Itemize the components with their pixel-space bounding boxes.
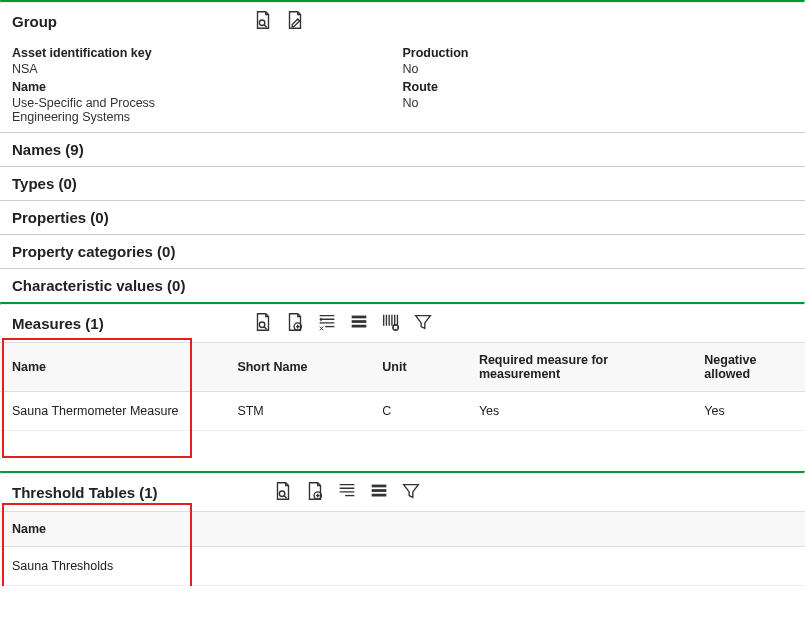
edit-icon[interactable] [284, 9, 306, 34]
measures-title: Measures (1) [12, 315, 232, 332]
group-title: Group [12, 13, 232, 30]
list-icon[interactable] [348, 311, 370, 336]
select-list-icon[interactable] [336, 480, 358, 505]
cell-required: Yes [467, 392, 692, 431]
svg-point-1 [259, 322, 265, 328]
svg-point-0 [259, 20, 265, 26]
col-required[interactable]: Required measure for measurement [467, 343, 692, 392]
list-icon[interactable] [368, 480, 390, 505]
measures-section: Measures (1) [0, 302, 805, 431]
measures-toolbar [252, 311, 434, 336]
col-negative[interactable]: Negative allowed [692, 343, 805, 392]
route-label: Route [403, 80, 794, 94]
group-section: Group Asset identification key NSA Name … [0, 0, 805, 132]
cell-negative: Yes [692, 392, 805, 431]
name-label: Name [12, 80, 403, 94]
table-row[interactable]: Sauna Thresholds [0, 547, 805, 586]
thresholds-section: Threshold Tables (1) [0, 471, 805, 586]
group-toolbar [252, 9, 306, 34]
svg-point-7 [279, 491, 285, 497]
table-header-row: Name Short Name Unit Required measure fo… [0, 343, 805, 392]
thresholds-table: Name Sauna Thresholds [0, 511, 805, 586]
thresholds-title: Threshold Tables (1) [12, 484, 252, 501]
svg-rect-3 [352, 316, 367, 319]
cell-unit: C [370, 392, 467, 431]
view-icon[interactable] [252, 9, 274, 34]
filter-icon[interactable] [400, 480, 422, 505]
add-icon[interactable] [304, 480, 326, 505]
table-row[interactable]: Sauna Thermometer Measure STM C Yes Yes [0, 392, 805, 431]
name-value: Use-Specific and Process Engineering Sys… [12, 96, 212, 124]
col-short-name[interactable]: Short Name [225, 343, 370, 392]
col-name[interactable]: Name [0, 512, 805, 547]
svg-rect-11 [372, 494, 387, 497]
svg-rect-4 [352, 320, 367, 323]
route-value: No [403, 96, 794, 110]
property-categories-section-header[interactable]: Property categories (0) [0, 234, 805, 268]
svg-rect-5 [352, 325, 367, 328]
asset-key-value: NSA [12, 62, 403, 76]
table-header-row: Name [0, 512, 805, 547]
select-list-icon[interactable] [316, 311, 338, 336]
properties-section-header[interactable]: Properties (0) [0, 200, 805, 234]
cell-short-name: STM [225, 392, 370, 431]
filter-icon[interactable] [412, 311, 434, 336]
types-section-header[interactable]: Types (0) [0, 166, 805, 200]
svg-rect-10 [372, 489, 387, 492]
view-icon[interactable] [272, 480, 294, 505]
col-name[interactable]: Name [0, 343, 225, 392]
thresholds-toolbar [272, 480, 422, 505]
production-label: Production [403, 46, 794, 60]
characteristic-values-section-header[interactable]: Characteristic values (0) [0, 268, 805, 302]
cell-name: Sauna Thermometer Measure [0, 392, 225, 431]
production-value: No [403, 62, 794, 76]
view-icon[interactable] [252, 311, 274, 336]
measures-table: Name Short Name Unit Required measure fo… [0, 342, 805, 431]
barcode-settings-icon[interactable] [380, 311, 402, 336]
names-section-header[interactable]: Names (9) [0, 132, 805, 166]
cell-name: Sauna Thresholds [0, 547, 805, 586]
asset-key-label: Asset identification key [12, 46, 403, 60]
col-unit[interactable]: Unit [370, 343, 467, 392]
add-icon[interactable] [284, 311, 306, 336]
svg-rect-9 [372, 485, 387, 488]
